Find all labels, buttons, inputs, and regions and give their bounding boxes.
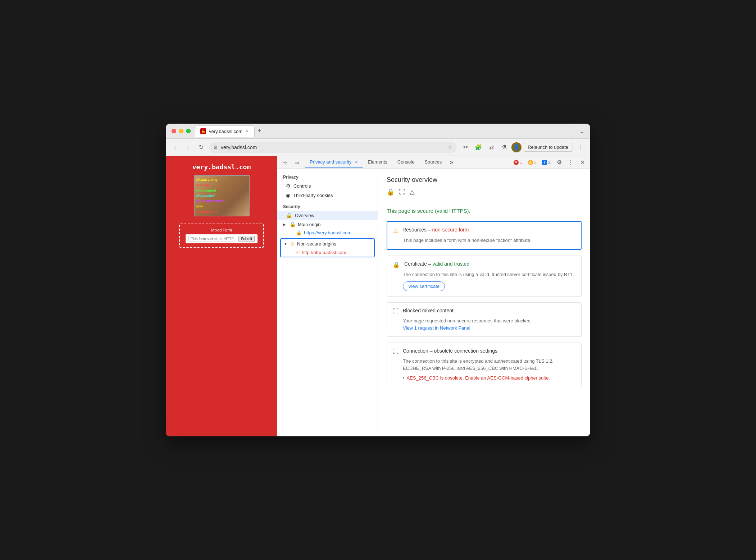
error-yellow-icon: ⚠ bbox=[528, 160, 533, 165]
form-input[interactable]: This form submits to HTTP bbox=[188, 236, 236, 242]
non-secure-label: Non-secure origins bbox=[297, 241, 336, 247]
certificate-card-title: Certificate – valid and trusted bbox=[404, 261, 469, 267]
tab-close-btn[interactable]: × bbox=[245, 128, 249, 134]
non-secure-header[interactable]: ▼ ⚠ Non-secure origins bbox=[281, 239, 374, 248]
close-button[interactable] bbox=[172, 129, 176, 133]
non-secure-url-item[interactable]: ⚠ http://http.badssl.com bbox=[281, 248, 374, 257]
sidebar-item-third-party[interactable]: ◉ Third-party cookies bbox=[277, 191, 378, 200]
non-secure-url: http://http.badssl.com bbox=[302, 250, 346, 255]
resources-card: ⚠ Resources – non-secure form This page … bbox=[387, 221, 582, 250]
non-secure-url-warning-icon: ⚠ bbox=[295, 250, 300, 255]
new-tab-btn[interactable]: + bbox=[258, 127, 261, 135]
security-icons-row: 🔒 ⛶ △ bbox=[387, 188, 582, 196]
tab-favicon: 🔒 bbox=[200, 128, 206, 134]
mixed-form-area: Mixed Form This form submits to HTTP Sub… bbox=[179, 224, 264, 248]
main-origin-tree-item[interactable]: ▶ 🔒 Main origin bbox=[277, 220, 378, 229]
nav-bar: ‹ › ↻ ⚙ very.badssl.com ☆ ✂ 🧩 ⇄ ⚗ 👤 Rela… bbox=[166, 139, 590, 156]
mixed-content-card-header: ⛶ Blocked mixed content bbox=[387, 303, 581, 317]
overview-label: Overview bbox=[295, 213, 314, 218]
non-secure-box: ▼ ⚠ Non-secure origins ⚠ http://http.bad… bbox=[280, 238, 375, 257]
tab-bar: 🔒 very.badssl.com × + bbox=[195, 125, 575, 137]
maximize-button[interactable] bbox=[186, 129, 191, 133]
forward-btn[interactable]: › bbox=[183, 142, 193, 152]
connection-card-body: The connection to this site is encrypted… bbox=[387, 358, 581, 387]
address-security-icon: ⚙ bbox=[213, 144, 218, 150]
doge-image-inner: shaaaa-1 omg very bad mixd content cbc p… bbox=[195, 176, 249, 216]
back-btn[interactable]: ‹ bbox=[170, 142, 180, 152]
main-origin-url: https://very.badssl.com bbox=[304, 230, 351, 235]
doge-text-6: wow bbox=[196, 205, 247, 208]
extensions-btn[interactable]: 🧩 bbox=[473, 142, 484, 153]
mixed-content-card-body: Your page requested non-secure resources… bbox=[387, 317, 581, 336]
mixed-content-body-text: Your page requested non-secure resources… bbox=[403, 318, 532, 323]
minimize-button[interactable] bbox=[179, 129, 183, 133]
bookmark-star-icon: ☆ bbox=[447, 144, 452, 151]
browser-window: 🔒 very.badssl.com × + ⌄ ‹ › ↻ ⚙ very.bad… bbox=[166, 124, 590, 436]
error-red-icon: ✕ bbox=[514, 160, 519, 165]
certificate-card: 🔒 Certificate – valid and trusted The co… bbox=[387, 256, 582, 297]
browser-menu-btn[interactable]: ⋮ bbox=[574, 142, 586, 153]
main-origin-toggle: ▶ bbox=[283, 222, 287, 226]
tab-elements-label: Elements bbox=[368, 159, 387, 165]
sidebar-item-controls[interactable]: ⚙ Controls bbox=[277, 181, 378, 191]
webpage-panel: very.badssl.com shaaaa-1 omg very bad mi… bbox=[166, 156, 277, 436]
main-origin-lock-icon: 🔒 bbox=[290, 221, 296, 227]
tab-elements[interactable]: Elements bbox=[363, 157, 392, 167]
certificate-title-success: valid and trusted bbox=[433, 261, 470, 267]
address-bar[interactable]: ⚙ very.badssl.com ☆ bbox=[209, 142, 457, 153]
devtools-tab-icons: ⊹ ▭ bbox=[280, 157, 302, 167]
error-badge-yellow[interactable]: ⚠ 3 bbox=[526, 159, 539, 166]
certificate-title-prefix: Certificate – bbox=[404, 261, 433, 267]
connection-bullet-item: • AES_256_CBC is obsolete. Enable an AES… bbox=[403, 375, 575, 382]
error-blue-count: 2 bbox=[548, 160, 551, 165]
tab-close-icon[interactable]: × bbox=[355, 159, 358, 165]
tab-privacy-security-label: Privacy and security bbox=[310, 159, 351, 165]
share-btn[interactable]: ⇄ bbox=[486, 142, 497, 153]
mixed-form-inner: This form submits to HTTP Submit bbox=[186, 234, 258, 243]
window-menu-btn[interactable]: ⌄ bbox=[579, 127, 584, 135]
doge-text-1: shaaaa-1 omg bbox=[196, 178, 247, 182]
tab-console[interactable]: Console bbox=[392, 157, 420, 167]
devtools-sidebar: Privacy ⚙ Controls ◉ Third-party cookies… bbox=[277, 169, 378, 436]
doge-text-5: needs moar privat bbox=[196, 199, 247, 203]
reload-btn[interactable]: ↻ bbox=[196, 142, 206, 152]
devtools-content: Privacy ⚙ Controls ◉ Third-party cookies… bbox=[277, 169, 590, 436]
nav-actions: ✂ 🧩 ⇄ ⚗ 👤 Relaunch to update ⋮ bbox=[460, 142, 586, 153]
labs-btn[interactable]: ⚗ bbox=[498, 142, 510, 153]
relaunch-btn[interactable]: Relaunch to update bbox=[523, 143, 573, 152]
lock-sec-icon: 🔒 bbox=[387, 188, 395, 196]
resources-card-body: This page includes a form with a non-sec… bbox=[387, 237, 581, 249]
site-title: very.badssl.com bbox=[192, 163, 251, 171]
devtools-tabs: ⊹ ▭ Privacy and security × Elements Cons… bbox=[277, 156, 590, 169]
error-badge-red[interactable]: ✕ 1 bbox=[511, 159, 524, 166]
scissors-btn[interactable]: ✂ bbox=[460, 142, 471, 153]
security-overview-title: Security overview bbox=[387, 176, 582, 184]
cursor-icon-btn[interactable]: ⊹ bbox=[280, 157, 290, 167]
non-secure-warning-icon: ⚠ bbox=[290, 241, 295, 247]
tab-title: very.badssl.com bbox=[209, 129, 242, 134]
profile-avatar[interactable]: 👤 bbox=[511, 142, 522, 152]
device-icon-btn[interactable]: ▭ bbox=[292, 157, 302, 167]
resources-title-warning: non-secure form bbox=[432, 227, 469, 233]
secure-message: This page is secure (valid HTTPS). bbox=[387, 208, 582, 214]
view-request-link[interactable]: View 1 request in Network Panel bbox=[403, 325, 470, 331]
tab-privacy-security[interactable]: Privacy and security × bbox=[305, 157, 363, 167]
settings-gear-btn[interactable]: ⚙ bbox=[554, 157, 564, 167]
devtools-panel: ⊹ ▭ Privacy and security × Elements Cons… bbox=[277, 156, 590, 436]
devtools-close-btn[interactable]: ✕ bbox=[577, 157, 587, 167]
mixed-content-card: ⛶ Blocked mixed content Your page reques… bbox=[387, 302, 582, 337]
divider-1 bbox=[387, 202, 582, 202]
error-badge-blue[interactable]: i 2 bbox=[540, 159, 553, 166]
tab-sources[interactable]: Sources bbox=[419, 157, 447, 167]
active-tab[interactable]: 🔒 very.badssl.com × bbox=[195, 125, 255, 137]
doge-image: shaaaa-1 omg very bad mixd content cbc p… bbox=[194, 175, 250, 216]
more-tabs-btn[interactable]: » bbox=[447, 157, 456, 167]
form-submit-btn[interactable]: Submit bbox=[238, 236, 255, 242]
forward-icon: › bbox=[187, 144, 189, 151]
resources-title-prefix: Resources – bbox=[402, 227, 432, 233]
sidebar-item-overview[interactable]: 🔒 Overview bbox=[277, 211, 378, 220]
devtools-more-btn[interactable]: ⋮ bbox=[566, 157, 576, 167]
main-origin-url-item[interactable]: 🔒 https://very.badssl.com bbox=[277, 229, 378, 237]
view-certificate-btn[interactable]: View certificate bbox=[403, 281, 445, 291]
third-party-label: Third-party cookies bbox=[293, 193, 333, 198]
